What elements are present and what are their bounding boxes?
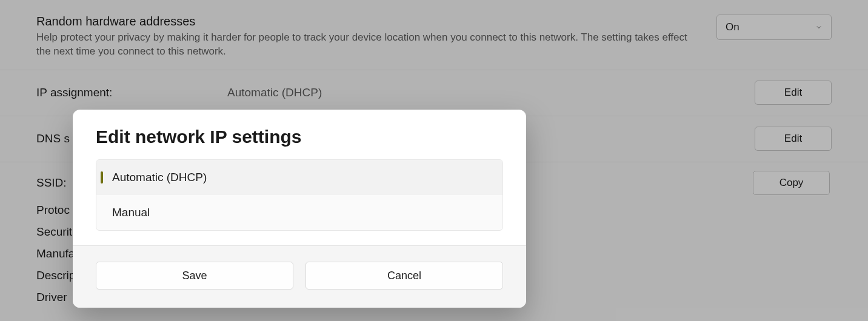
edit-ip-settings-dialog: Edit network IP settings Automatic (DHCP…	[73, 110, 526, 308]
option-automatic-dhcp[interactable]: Automatic (DHCP)	[96, 160, 502, 195]
ip-mode-select[interactable]: Automatic (DHCP) Manual	[96, 159, 503, 231]
option-manual-label: Manual	[112, 206, 150, 219]
option-automatic-label: Automatic (DHCP)	[112, 171, 207, 184]
save-button[interactable]: Save	[96, 262, 293, 290]
cancel-button[interactable]: Cancel	[305, 262, 503, 290]
option-manual[interactable]: Manual	[96, 195, 502, 230]
dialog-title: Edit network IP settings	[96, 127, 503, 147]
